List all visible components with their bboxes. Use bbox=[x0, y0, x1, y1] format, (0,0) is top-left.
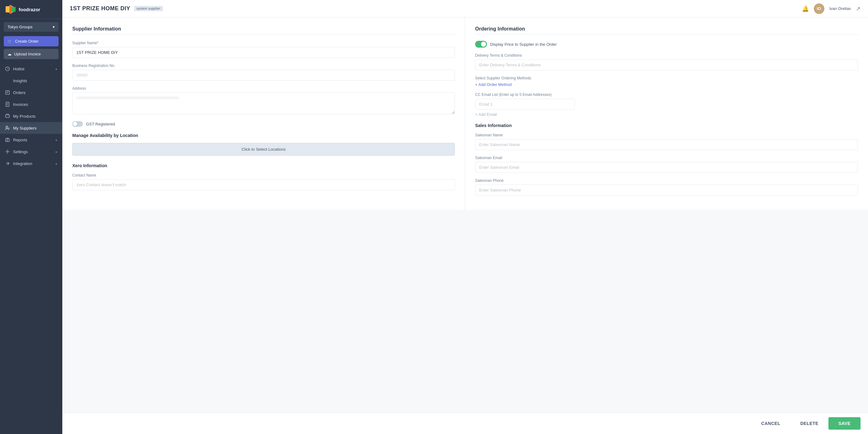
salesman-name-input[interactable] bbox=[475, 139, 858, 150]
sidebar-item-insights[interactable]: Insights bbox=[0, 75, 62, 87]
sidebar-item-label-hotlist: Hotlist bbox=[13, 67, 24, 71]
sidebar-item-label-insights: Insights bbox=[13, 78, 27, 83]
invoices-icon bbox=[5, 102, 10, 107]
chevron-right-icon-integration: ▸ bbox=[56, 162, 57, 165]
upload-icon: ☁ bbox=[7, 52, 11, 56]
save-button[interactable]: SAVE bbox=[829, 417, 861, 430]
ordering-info-col: Ordering Information Display Price to Su… bbox=[465, 18, 868, 210]
sidebar-item-label-settings: Settings bbox=[13, 149, 28, 154]
address-field: Address ••••••••••••••••••••••••••••••••… bbox=[72, 86, 455, 115]
insights-icon bbox=[5, 78, 10, 83]
my-products-icon bbox=[5, 114, 10, 119]
svg-rect-5 bbox=[12, 7, 16, 12]
locations-button[interactable]: Click to Select Locations bbox=[72, 143, 455, 156]
supplier-name-field: Supplier Name* bbox=[72, 41, 455, 58]
contact-name-input[interactable] bbox=[72, 179, 455, 190]
foodrazor-logo bbox=[5, 4, 16, 15]
supplier-badge: system supplier bbox=[134, 6, 163, 11]
sidebar: foodrazor Tokyo Groups ▾ 🛒 Create Order … bbox=[0, 0, 62, 434]
address-label: Address bbox=[72, 86, 455, 91]
sidebar-item-orders[interactable]: Orders bbox=[0, 87, 62, 98]
cc-email-label: CC Email List (Enter up to 5 Email Addre… bbox=[475, 93, 858, 97]
settings-icon bbox=[5, 149, 10, 154]
salesman-name-field: Salesman Name bbox=[475, 133, 858, 150]
sidebar-item-label-integration: Integration bbox=[13, 161, 32, 166]
salesman-email-label: Salesman Email bbox=[475, 156, 858, 160]
svg-rect-10 bbox=[6, 138, 9, 142]
supplier-info-col: Supplier Information Supplier Name* Busi… bbox=[62, 18, 465, 210]
address-input[interactable]: ••••••••••••••••••••••••••••••••••••••••… bbox=[72, 93, 455, 114]
cart-icon: 🛒 bbox=[7, 39, 12, 43]
group-selector[interactable]: Tokyo Groups ▾ bbox=[4, 22, 59, 32]
upload-invoice-button[interactable]: ☁ Upload Invoice bbox=[4, 49, 59, 59]
sidebar-item-my-products[interactable]: My Products bbox=[0, 110, 62, 122]
sidebar-item-settings[interactable]: Settings ▸ bbox=[0, 146, 62, 158]
sidebar-nav: Hotlist ▸ Insights Orders Invoices bbox=[0, 63, 62, 169]
upload-invoice-label: Upload Invoice bbox=[14, 52, 41, 56]
supplier-name-label: Supplier Name* bbox=[72, 41, 455, 45]
sidebar-item-label-my-suppliers: My Suppliers bbox=[13, 126, 36, 130]
create-order-label: Create Order bbox=[15, 39, 39, 43]
salesman-email-field: Salesman Email bbox=[475, 156, 858, 173]
salesman-email-input[interactable] bbox=[475, 162, 858, 173]
chevron-down-icon: ▾ bbox=[53, 25, 55, 29]
chevron-right-icon-reports: ▸ bbox=[56, 138, 57, 142]
email1-input[interactable] bbox=[475, 99, 575, 109]
delivery-terms-field: Delivery Terms & Conditions bbox=[475, 53, 858, 70]
sidebar-item-label-invoices: Invoices bbox=[13, 102, 28, 107]
my-suppliers-icon bbox=[5, 126, 10, 130]
business-reg-label: Business Registration No. bbox=[72, 64, 455, 68]
form-area: Supplier Information Supplier Name* Busi… bbox=[62, 18, 868, 210]
add-email-button[interactable]: + Add Email bbox=[475, 112, 497, 117]
avatar: IO bbox=[814, 3, 825, 14]
svg-point-11 bbox=[7, 151, 8, 153]
ordering-methods-field: Select Supplier Ordering Methods + Add O… bbox=[475, 76, 858, 87]
business-reg-input[interactable] bbox=[72, 70, 455, 80]
price-display-toggle[interactable] bbox=[475, 41, 487, 47]
cc-email-field: CC Email List (Enter up to 5 Email Addre… bbox=[475, 93, 858, 117]
bottom-bar: CANCEL DELETE SAVE bbox=[62, 412, 868, 434]
gst-toggle[interactable] bbox=[72, 121, 83, 127]
svg-point-9 bbox=[6, 126, 8, 128]
cancel-button[interactable]: CANCEL bbox=[751, 417, 790, 430]
orders-icon bbox=[5, 90, 10, 95]
xero-title: Xero Information bbox=[72, 163, 455, 168]
delivery-terms-input[interactable] bbox=[475, 60, 858, 70]
user-name: Ivan Orellav bbox=[829, 6, 851, 11]
supplier-info-title: Supplier Information bbox=[72, 26, 455, 35]
salesman-name-label: Salesman Name bbox=[475, 133, 858, 137]
sidebar-item-my-suppliers[interactable]: My Suppliers bbox=[0, 122, 62, 134]
svg-rect-4 bbox=[9, 5, 12, 14]
sidebar-item-label-orders: Orders bbox=[13, 90, 26, 95]
chevron-right-icon-settings: ▸ bbox=[56, 150, 57, 154]
sidebar-item-integration[interactable]: Integration ▸ bbox=[0, 158, 62, 169]
delivery-terms-label: Delivery Terms & Conditions bbox=[475, 53, 858, 58]
svg-rect-3 bbox=[6, 6, 9, 12]
group-selector-label: Tokyo Groups bbox=[7, 25, 32, 29]
price-toggle-label: Display Price to Supplier in the Order bbox=[490, 42, 557, 47]
contact-name-field: Contact Name bbox=[72, 173, 455, 190]
main-area: 1ST PRIZE HOME DIY system supplier 🔔 IO … bbox=[62, 0, 868, 434]
delete-button[interactable]: DELETE bbox=[790, 417, 829, 430]
gst-label: GST Registered bbox=[86, 122, 115, 126]
add-order-method-button[interactable]: + Add Order Method bbox=[475, 82, 512, 87]
price-toggle-row: Display Price to Supplier in the Order bbox=[475, 41, 858, 47]
sidebar-item-reports[interactable]: Reports ▸ bbox=[0, 134, 62, 146]
supplier-name-input[interactable] bbox=[72, 47, 455, 58]
exit-icon[interactable]: ↗ bbox=[856, 5, 861, 12]
create-order-button[interactable]: 🛒 Create Order bbox=[4, 36, 59, 46]
gst-row: GST Registered bbox=[72, 121, 455, 127]
business-reg-field: Business Registration No. bbox=[72, 64, 455, 80]
sales-info-title: Sales Information bbox=[475, 123, 858, 128]
bell-icon[interactable]: 🔔 bbox=[802, 5, 809, 12]
sidebar-item-hotlist[interactable]: Hotlist ▸ bbox=[0, 63, 62, 75]
app-name: foodrazor bbox=[19, 7, 40, 12]
sidebar-item-label-reports: Reports bbox=[13, 138, 27, 142]
sidebar-item-invoices[interactable]: Invoices bbox=[0, 98, 62, 110]
availability-title: Manage Availability by Location bbox=[72, 133, 455, 138]
svg-rect-7 bbox=[6, 91, 9, 94]
page-title: 1ST PRIZE HOME DIY bbox=[70, 5, 130, 12]
topbar-right: 🔔 IO Ivan Orellav ↗ bbox=[802, 3, 861, 14]
salesman-phone-input[interactable] bbox=[475, 185, 858, 196]
logo-area: foodrazor bbox=[0, 0, 62, 19]
